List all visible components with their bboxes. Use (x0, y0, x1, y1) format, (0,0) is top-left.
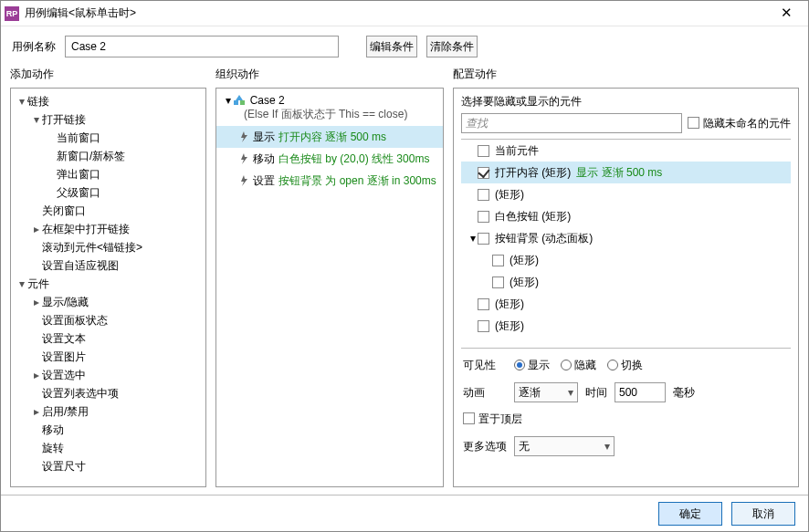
edit-condition-button[interactable]: 编辑条件 (366, 36, 417, 57)
organize-action-header: 组织动作 (215, 63, 444, 88)
add-action-header: 添加动作 (10, 63, 206, 88)
action-tree-item[interactable]: 父级窗口 (11, 183, 205, 202)
animation-label: 动画 (463, 385, 507, 401)
widget-checkbox[interactable] (478, 211, 489, 223)
visibility-radio[interactable]: 切换 (607, 359, 643, 371)
widget-row[interactable]: (矩形) (461, 315, 791, 337)
widget-row[interactable]: 打开内容 (矩形)显示 逐渐 500 ms (461, 162, 791, 183)
action-tree-item[interactable]: 新窗口/新标签 (11, 147, 205, 165)
widget-row[interactable]: (矩形) (461, 271, 791, 293)
case-condition: (Else If 面板状态于 This == close) (216, 107, 443, 126)
action-row[interactable]: 显示打开内容 逐渐 500 ms (216, 126, 443, 148)
visibility-radio[interactable]: 隐藏 (561, 359, 596, 371)
ok-button[interactable]: 确定 (658, 502, 722, 526)
widget-row[interactable]: (矩形) (461, 249, 791, 271)
case-name-input[interactable] (65, 36, 339, 57)
more-options-select[interactable]: 无▾ (514, 436, 615, 456)
action-tree-item[interactable]: ▸在框架中打开链接 (11, 220, 205, 238)
case-row[interactable]: ▾ Case 2 (216, 92, 443, 107)
action-tree-item[interactable]: 滚动到元件<锚链接> (11, 238, 205, 256)
search-input[interactable] (461, 113, 682, 133)
action-tree-item[interactable]: 当前窗口 (11, 129, 205, 147)
action-tree-item[interactable]: 关闭窗口 (11, 202, 205, 220)
action-tree-item[interactable]: ▸显示/隐藏 (11, 293, 205, 311)
action-tree-item[interactable]: ▸启用/禁用 (11, 402, 205, 421)
action-tree-item[interactable]: 设置文本 (11, 329, 205, 348)
action-tree-item[interactable]: 设置面板状态 (11, 311, 205, 329)
pick-widget-label: 选择要隐藏或显示的元件 (454, 89, 798, 113)
window-title: 用例编辑<鼠标单击时> (25, 5, 768, 21)
widget-row[interactable]: 白色按钮 (矩形) (461, 205, 791, 227)
action-tree-item[interactable]: 设置尺寸 (11, 457, 205, 475)
more-options-label: 更多选项 (463, 439, 507, 454)
widget-checkbox[interactable] (478, 298, 489, 310)
svg-rect-1 (240, 100, 245, 105)
case-icon (234, 94, 247, 107)
time-unit: 毫秒 (673, 385, 695, 401)
visibility-radio[interactable]: 显示 (514, 359, 550, 371)
widget-checkbox[interactable] (478, 145, 489, 157)
widget-checkbox[interactable] (492, 255, 504, 266)
chevron-down-icon: ▾ (599, 440, 610, 453)
action-tree-item[interactable]: 移动 (11, 421, 205, 439)
bring-to-front-checkbox[interactable]: 置于顶层 (463, 412, 522, 427)
action-tree-item[interactable]: ▾元件 (11, 275, 205, 293)
action-tree-item[interactable]: 旋转 (11, 439, 205, 457)
visibility-label: 可见性 (463, 358, 507, 373)
widget-row[interactable]: 当前元件 (461, 140, 791, 162)
action-tree-item[interactable]: 设置自适应视图 (11, 256, 205, 275)
bolt-icon (238, 150, 251, 168)
action-tree-item[interactable]: ▾打开链接 (11, 110, 205, 129)
bolt-icon (238, 172, 251, 190)
configure-action-header: 配置动作 (453, 63, 799, 88)
action-tree-item[interactable]: 设置列表选中项 (11, 384, 205, 402)
widget-checkbox[interactable] (492, 276, 504, 288)
action-row[interactable]: 移动白色按钮 by (20,0) 线性 300ms (216, 148, 443, 170)
widget-row[interactable]: (矩形) (461, 293, 791, 315)
action-tree-item[interactable]: 设置图片 (11, 348, 205, 366)
action-tree-item[interactable]: ▾链接 (11, 92, 205, 110)
bolt-icon (238, 128, 251, 146)
app-icon: RP (5, 6, 19, 21)
close-icon[interactable]: ✕ (768, 2, 804, 26)
time-label: 时间 (585, 385, 607, 401)
clear-condition-button[interactable]: 清除条件 (426, 36, 478, 57)
chevron-down-icon: ▾ (562, 386, 573, 399)
widget-checkbox[interactable] (478, 189, 489, 201)
action-tree-item[interactable]: 弹出窗口 (11, 165, 205, 183)
widget-row[interactable]: (矩形) (461, 183, 791, 205)
svg-rect-0 (234, 100, 238, 105)
hide-unnamed-checkbox[interactable]: 隐藏未命名的元件 (688, 116, 791, 131)
case-name-label: 用例名称 (12, 39, 56, 55)
animation-select[interactable]: 逐渐▾ (514, 382, 578, 402)
widget-row[interactable]: ▾按钮背景 (动态面板) (461, 227, 791, 249)
case-name-text: Case 2 (250, 94, 285, 107)
widget-checkbox[interactable] (478, 167, 489, 179)
action-row[interactable]: 设置按钮背景 为 open 逐渐 in 300ms (216, 170, 443, 192)
widget-checkbox[interactable] (478, 233, 489, 245)
widget-checkbox[interactable] (478, 320, 489, 332)
time-input[interactable] (615, 382, 666, 402)
action-tree-item[interactable]: ▸设置选中 (11, 366, 205, 384)
cancel-button[interactable]: 取消 (731, 502, 795, 526)
